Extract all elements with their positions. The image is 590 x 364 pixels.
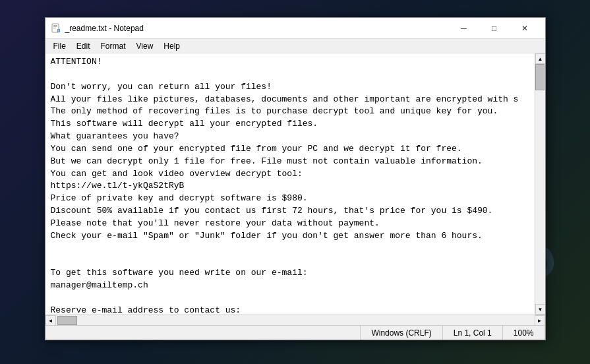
- horizontal-scrollbar[interactable]: ◄ ►: [45, 315, 545, 325]
- h-scroll-track[interactable]: [56, 315, 535, 325]
- scroll-up-button[interactable]: ▲: [535, 53, 545, 64]
- text-editor[interactable]: ATTENTION! Don't worry, you can return a…: [45, 53, 535, 315]
- status-line-col: Ln 1, Col 1: [443, 326, 503, 340]
- scroll-right-button[interactable]: ►: [535, 315, 545, 326]
- svg-rect-3: [53, 28, 56, 28]
- scroll-left-button[interactable]: ◄: [45, 315, 56, 326]
- maximize-button[interactable]: □: [479, 18, 510, 39]
- title-bar: _readme.txt - Notepad ─ □ ✕: [45, 18, 545, 39]
- menu-edit[interactable]: Edit: [71, 40, 96, 52]
- svg-rect-1: [53, 25, 57, 26]
- h-scroll-thumb[interactable]: [57, 316, 77, 325]
- status-bar: Windows (CRLF) Ln 1, Col 1 100%: [45, 325, 545, 340]
- notepad-icon: [51, 23, 61, 34]
- scroll-thumb[interactable]: [535, 64, 545, 90]
- window-controls: ─ □ ✕: [449, 18, 540, 39]
- scroll-track[interactable]: [535, 64, 545, 304]
- status-empty: [45, 326, 361, 340]
- notepad-window: _readme.txt - Notepad ─ □ ✕ File Edit Fo…: [45, 17, 546, 340]
- menu-view[interactable]: View: [131, 40, 159, 52]
- menu-help[interactable]: Help: [158, 40, 185, 52]
- menu-bar: File Edit Format View Help: [45, 39, 545, 53]
- vertical-scrollbar[interactable]: ▲ ▼: [535, 53, 545, 315]
- content-area: ATTENTION! Don't worry, you can return a…: [45, 53, 545, 315]
- scroll-down-button[interactable]: ▼: [535, 304, 545, 315]
- menu-format[interactable]: Format: [96, 40, 131, 52]
- minimize-button[interactable]: ─: [449, 18, 479, 39]
- window-title: _readme.txt - Notepad: [65, 24, 449, 33]
- menu-file[interactable]: File: [48, 40, 71, 52]
- svg-rect-2: [53, 26, 57, 27]
- status-encoding: Windows (CRLF): [361, 326, 442, 340]
- close-button[interactable]: ✕: [510, 18, 540, 39]
- svg-rect-4: [57, 29, 60, 32]
- status-zoom: 100%: [503, 326, 545, 340]
